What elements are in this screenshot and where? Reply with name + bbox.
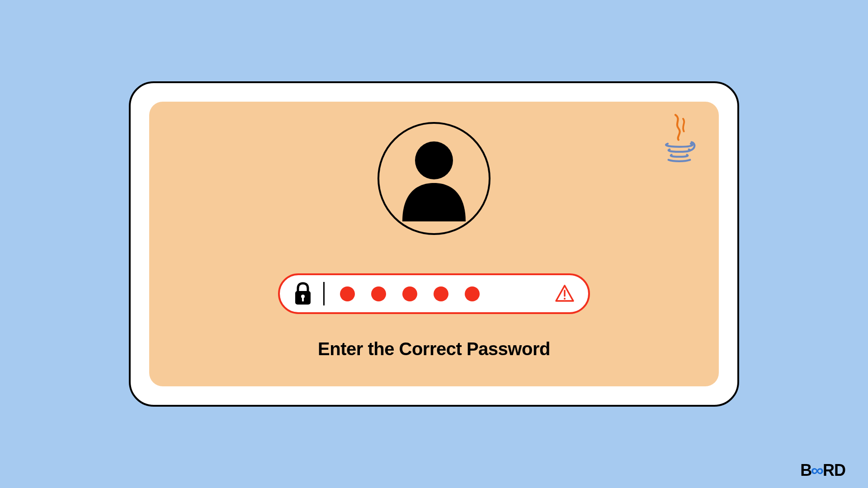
svg-rect-3 — [302, 297, 304, 301]
svg-point-5 — [564, 298, 566, 300]
password-dot — [465, 286, 480, 301]
password-dot — [434, 286, 448, 301]
java-icon — [660, 113, 698, 163]
svg-point-0 — [415, 141, 453, 179]
password-dot — [402, 286, 417, 301]
brand-suffix: RD — [823, 461, 845, 480]
prompt-message: Enter the Correct Password — [318, 339, 550, 359]
password-dots — [335, 286, 547, 301]
lock-icon — [293, 282, 312, 305]
login-panel: Enter the Correct Password — [149, 102, 719, 386]
board-logo: B∞RD — [800, 461, 845, 480]
input-divider — [323, 282, 325, 305]
brand-prefix: B — [800, 461, 811, 480]
password-dot — [340, 286, 355, 301]
user-icon — [396, 136, 472, 221]
user-avatar — [377, 122, 491, 235]
infinity-icon: ∞ — [811, 461, 823, 480]
password-input[interactable] — [278, 273, 590, 314]
login-card: Enter the Correct Password — [129, 81, 739, 407]
warning-triangle-icon — [555, 284, 575, 304]
password-dot — [371, 286, 386, 301]
